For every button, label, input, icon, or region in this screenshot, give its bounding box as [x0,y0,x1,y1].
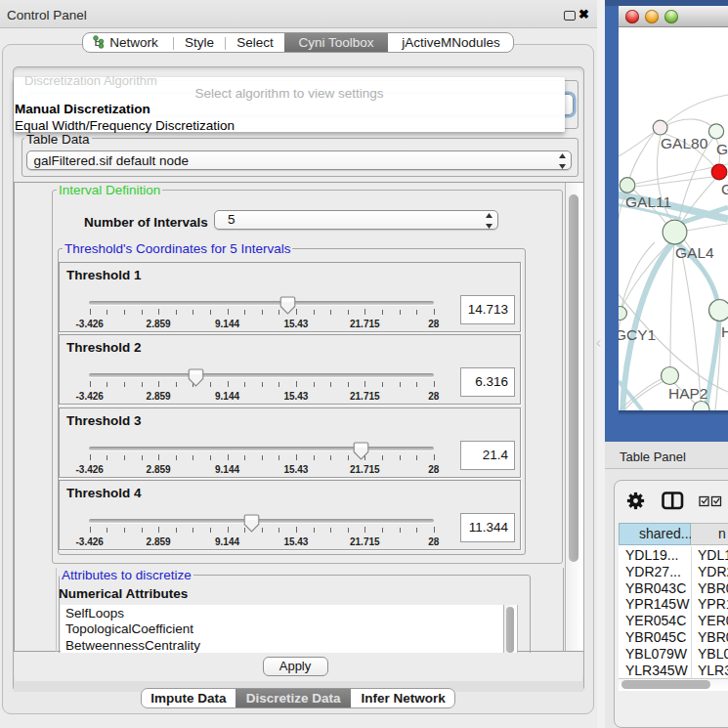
svg-text:GCY1: GCY1 [619,326,656,343]
svg-text:GAL1: GAL1 [716,141,728,157]
svg-text:HAP2: HAP2 [668,385,708,402]
svg-text:GAL2: GAL2 [721,181,728,197]
svg-text:GAL11: GAL11 [625,193,671,210]
svg-text:HIS4: HIS4 [721,323,728,340]
svg-text:GAL80: GAL80 [661,135,708,151]
svg-text:GAL4: GAL4 [675,244,714,261]
